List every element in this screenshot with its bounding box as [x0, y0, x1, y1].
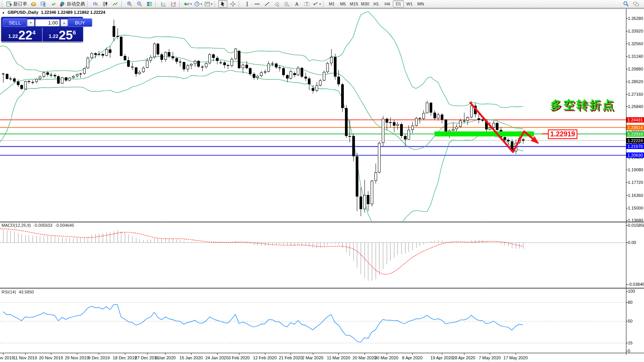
- sell-price-display[interactable]: 1.22 22 4: [2, 28, 42, 42]
- toolbar-group-grip: [155, 1, 157, 7]
- zoom-out-button[interactable]: [135, 0, 144, 8]
- dropdown-caret-icon: ▾: [201, 2, 202, 6]
- cursor-button[interactable]: [218, 0, 227, 8]
- tf-m1-button[interactable]: M1: [326, 0, 337, 7]
- macd-axis-tick-label: 0.015858: [628, 223, 644, 228]
- cursor-icon: [220, 1, 226, 7]
- sell-price-prefix: 1.22: [8, 33, 18, 39]
- date-axis-label: 11 Nov 2019: [13, 355, 37, 360]
- date-axis-label: 12 Feb 2020: [253, 355, 277, 360]
- volume-down-button[interactable]: ▼: [27, 19, 34, 26]
- chart-canvas[interactable]: [0, 0, 644, 362]
- crosshair-icon: [230, 1, 236, 7]
- chart-shift-button[interactable]: [169, 0, 178, 8]
- price-axis-tick-label: 1.28520: [628, 79, 643, 84]
- price-callout-label[interactable]: 1.22919: [548, 129, 577, 139]
- crosshair-button[interactable]: [228, 0, 237, 8]
- tf-m5-button[interactable]: M5: [337, 0, 348, 7]
- signal-icon: [51, 1, 56, 7]
- macd-main-value: -0.005503: [33, 223, 52, 228]
- tf-m15-button[interactable]: M15: [348, 0, 360, 7]
- templates-button[interactable]: ▾: [204, 0, 213, 8]
- indicators-button[interactable]: ▾: [183, 0, 193, 8]
- text-label-button[interactable]: T: [302, 0, 311, 8]
- sell-price-pips: 22: [18, 29, 33, 41]
- bars-icon: [93, 1, 98, 7]
- price-axis-tick-label: 1.35280: [628, 16, 643, 21]
- price-axis-tick-label: 1.27160: [628, 92, 643, 97]
- date-axis-label: 17 May 2020: [503, 355, 528, 360]
- community-button[interactable]: [39, 0, 48, 8]
- rsi-axis-tick-label: 15: [628, 341, 633, 345]
- arrows-button[interactable]: ▾: [312, 0, 322, 8]
- dropdown-caret-icon: ▾: [319, 2, 321, 6]
- chat-button[interactable]: [631, 0, 641, 8]
- line-chart-button[interactable]: [111, 0, 120, 8]
- date-axis-label: 11 Mar 2020: [327, 355, 350, 360]
- toolbar-group-grip: [87, 1, 89, 7]
- price-level-tag: 1.23614: [626, 125, 644, 130]
- date-axis-label: 18 Dec 2019: [113, 355, 137, 360]
- auto-scroll-button[interactable]: [159, 0, 168, 8]
- volume-up-button[interactable]: ▲: [60, 19, 68, 26]
- buy-price-pips: 25: [59, 29, 73, 41]
- autotrade-icon: [59, 1, 65, 7]
- tf-d1-button[interactable]: D1: [393, 0, 404, 7]
- date-axis-label: 15 Jan 2020: [180, 355, 203, 360]
- svg-text:F: F: [288, 5, 289, 7]
- date-axis-label: 3 Feb 2020: [228, 355, 250, 360]
- text-button[interactable]: A: [292, 0, 301, 8]
- gold-icon: [31, 1, 36, 7]
- trendline-icon: [264, 1, 270, 7]
- horizontal-line-button[interactable]: [252, 0, 262, 8]
- equidistant-channel-button[interactable]: E: [272, 0, 281, 8]
- price-axis-tick-label: 1.33920: [628, 29, 643, 33]
- volume-stepper: ▼ 1.00 ▲: [27, 19, 68, 26]
- candlestick-chart-button[interactable]: [101, 0, 110, 8]
- macd-signal-value: -0.004645: [55, 223, 74, 228]
- tf-mn-button[interactable]: MN: [415, 0, 426, 7]
- date-axis-label: 28 Apr 2020: [453, 355, 475, 360]
- search-button[interactable]: [621, 0, 631, 8]
- date-axis-label: 20 Nov 2019: [39, 355, 63, 360]
- tile-icon: [147, 1, 152, 7]
- tile-windows-button[interactable]: [145, 0, 154, 8]
- channel-icon: E: [274, 1, 280, 7]
- fibonacci-button[interactable]: F: [282, 0, 291, 8]
- price-level-tag: 1.22224: [626, 138, 644, 143]
- macd-name: MACD(12,26,9): [2, 223, 31, 228]
- tf-m30-button[interactable]: M30: [360, 0, 371, 7]
- tf-w1-button[interactable]: W1: [404, 0, 415, 7]
- new-order-button[interactable]: 新订单: [5, 0, 28, 8]
- sell-button[interactable]: SELL: [3, 18, 27, 27]
- rsi-axis-tick-label: 0: [628, 349, 630, 353]
- tf-h4-button[interactable]: H4: [382, 0, 393, 7]
- date-axis-label: 24 Jan 2020: [205, 355, 229, 360]
- buy-price-display[interactable]: 1.22 25 6: [42, 28, 83, 42]
- vertical-line-button[interactable]: [242, 0, 252, 8]
- indicators-icon: [184, 1, 190, 7]
- panel-collapse-icon[interactable]: ▲: [2, 11, 5, 14]
- rsi-indicator-label: RSI(14) 43.5850: [2, 290, 34, 294]
- toolbar-group-grip: [121, 1, 123, 7]
- svg-text:E: E: [278, 5, 279, 7]
- price-axis-tick-label: 1.19080: [628, 167, 643, 172]
- volume-input[interactable]: 1.00: [35, 19, 60, 26]
- periods-button[interactable]: ▾: [193, 0, 203, 8]
- toolbar-group-grip: [214, 1, 216, 7]
- rsi-axis-tick-label: 50: [628, 319, 633, 323]
- bar-chart-button[interactable]: [91, 0, 100, 8]
- zoom-out-icon: [137, 1, 142, 7]
- autotrading-button[interactable]: 自动交易: [59, 0, 86, 8]
- tf-h1-button[interactable]: H1: [371, 0, 382, 7]
- price-level-tag: 1.24431: [626, 117, 644, 123]
- buy-button[interactable]: BUY: [68, 18, 92, 27]
- trendline-button[interactable]: [262, 0, 271, 8]
- toolbar: 新订单自动交易▾▾▾EFAT▾M1M5M15M30H1H4D1W1MN: [0, 0, 644, 8]
- deposit-button[interactable]: [29, 0, 38, 8]
- zoom-in-button[interactable]: [125, 0, 134, 8]
- price-level-tag: 1.20630: [626, 152, 644, 158]
- dropdown-caret-icon: ▾: [190, 2, 192, 6]
- signals-button[interactable]: [49, 0, 58, 8]
- chart-title: ▲ GBPUSD-,Daily 1.22346 1.22489 1.21862 …: [2, 10, 105, 15]
